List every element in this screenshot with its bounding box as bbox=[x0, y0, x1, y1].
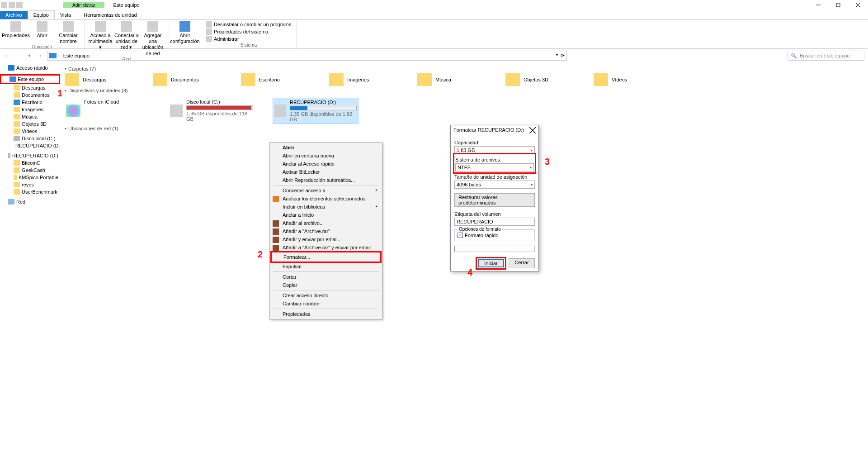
context-menu-item[interactable]: Añadir a "Archive.rar" bbox=[271, 227, 381, 235]
close-button[interactable] bbox=[848, 0, 868, 10]
address-bar[interactable]: › Este equipo ▾ ⟳ bbox=[47, 51, 567, 61]
ribbon-desinstalar[interactable]: Desinstalar o cambiar un programa bbox=[205, 21, 292, 28]
tab-archivo[interactable]: Archivo bbox=[0, 11, 28, 19]
manage-contextual-tab[interactable]: Administrar bbox=[63, 2, 104, 8]
context-menu-item[interactable]: Expulsar bbox=[271, 262, 381, 271]
context-menu-item[interactable]: Analizar los elementos seleccionados bbox=[271, 195, 381, 203]
folder-item[interactable]: Objetos 3D bbox=[505, 73, 576, 86]
ribbon-propiedades[interactable]: Propiedades bbox=[4, 21, 28, 38]
sidebar-item[interactable]: UserBenchmark bbox=[0, 188, 60, 195]
navigation-pane[interactable]: Acceso rápido Este equipo Descargas Docu… bbox=[0, 62, 60, 471]
context-menu-item[interactable]: Cortar bbox=[271, 273, 381, 281]
sidebar-item[interactable]: GeekCash bbox=[0, 167, 60, 174]
sidebar-item[interactable]: Música bbox=[0, 113, 60, 120]
allocation-select[interactable]: 4096 bytes bbox=[454, 181, 535, 189]
sidebar-network[interactable]: Red bbox=[0, 198, 60, 205]
context-menu-item[interactable]: Cambiar nombre bbox=[271, 300, 381, 308]
ribbon-acceso-multimedia[interactable]: Acceso a multimedia ▾ bbox=[88, 21, 113, 51]
maximize-button[interactable] bbox=[828, 0, 848, 10]
context-menu-item[interactable]: Abrir bbox=[271, 143, 381, 152]
context-menu-item[interactable]: Activar BitLocker bbox=[271, 168, 381, 176]
forward-button[interactable]: → bbox=[14, 52, 23, 60]
recent-dropdown[interactable]: ▾ bbox=[25, 52, 33, 60]
volume-label-label: Etiqueta del volumen bbox=[454, 211, 535, 217]
folder-item[interactable]: Imágenes bbox=[329, 73, 399, 86]
ribbon-tabs: Archivo Equipo Vista Herramientas de uni… bbox=[0, 10, 868, 20]
allocation-label: Tamaño de unidad de asignación bbox=[454, 174, 535, 180]
tab-herramientas-unidad[interactable]: Herramientas de unidad bbox=[78, 11, 142, 19]
folder-item[interactable]: Vídeos bbox=[594, 73, 664, 86]
context-menu-item[interactable]: Abrir en ventana nueva bbox=[271, 152, 381, 160]
back-button[interactable]: ← bbox=[4, 52, 12, 60]
ribbon-conectar-unidad-red[interactable]: Conectar a unidad de red ▾ bbox=[114, 21, 139, 51]
context-menu-item[interactable]: Abrir Reproducción automática... bbox=[271, 176, 381, 184]
dialog-close-button[interactable] bbox=[529, 127, 536, 133]
sidebar-item[interactable]: Disco local (C:) bbox=[0, 135, 60, 142]
sidebar-item[interactable]: KMSpico Portable bbox=[0, 174, 60, 181]
context-menu-item[interactable]: Propiedades bbox=[271, 310, 381, 318]
drive-d-recuperacio[interactable]: RECUPERACIO (D:) 1,35 GB disponibles de … bbox=[273, 98, 359, 124]
context-menu: AbrirAbrir en ventana nuevaAnclar al Acc… bbox=[269, 142, 382, 319]
sidebar-quick-access[interactable]: Acceso rápido bbox=[0, 64, 60, 71]
folder-item[interactable]: Escritorio bbox=[241, 73, 311, 86]
sidebar-item[interactable]: Escritorio bbox=[0, 99, 60, 106]
quick-format-checkbox[interactable]: ✓Formato rápido bbox=[458, 233, 532, 238]
ribbon-cambiar-nombre[interactable]: Cambiar nombre bbox=[56, 21, 80, 44]
ribbon-abrir[interactable]: Abrir bbox=[30, 21, 54, 38]
minimize-button[interactable] bbox=[808, 0, 828, 10]
section-devices[interactable]: Dispositivos y unidades (3) bbox=[65, 86, 863, 95]
qat-icon[interactable] bbox=[1, 2, 7, 8]
refresh-icon[interactable]: ⟳ bbox=[561, 53, 565, 59]
tab-equipo[interactable]: Equipo bbox=[28, 10, 55, 19]
folder-item[interactable]: Música bbox=[417, 73, 487, 86]
ribbon-abrir-configuracion[interactable]: Abrir configuración bbox=[173, 21, 197, 44]
context-menu-item[interactable]: Anclar al Acceso rápido bbox=[271, 160, 381, 168]
folder-item[interactable]: Descargas bbox=[65, 73, 135, 86]
context-menu-item[interactable]: Anclar a Inicio bbox=[271, 211, 381, 219]
up-button[interactable]: ↑ bbox=[36, 52, 44, 60]
sidebar-item[interactable]: BitcoinC bbox=[0, 159, 60, 167]
context-menu-item[interactable]: Añadir a "Archive.rar" y enviar por emai… bbox=[271, 243, 381, 252]
ribbon-administrar[interactable]: Administrar bbox=[205, 35, 240, 43]
window-title: Este equipo bbox=[113, 2, 140, 8]
search-input[interactable]: 🔍 Buscar en Este equipo bbox=[788, 51, 864, 61]
dropdown-icon[interactable]: ▾ bbox=[553, 53, 561, 59]
sidebar-this-pc[interactable]: Este equipo bbox=[0, 74, 60, 84]
sidebar-item[interactable]: Imágenes bbox=[0, 106, 60, 113]
volume-label-input[interactable] bbox=[454, 218, 535, 226]
qat-icon[interactable] bbox=[9, 2, 15, 8]
annotation-2: 2 bbox=[258, 249, 263, 260]
ribbon-group-sistema: Desinstalar o cambiar un programa Propie… bbox=[201, 20, 297, 48]
sidebar-item[interactable]: reyes bbox=[0, 181, 60, 188]
section-folders[interactable]: Carpetas (7) bbox=[65, 64, 863, 73]
folder-item[interactable]: Documentos bbox=[153, 73, 223, 86]
ribbon-group-config: Abrir configuración bbox=[169, 20, 201, 48]
context-menu-item[interactable]: Añadir y enviar por email... bbox=[271, 235, 381, 243]
filesystem-label: Sistema de archivos bbox=[455, 157, 534, 162]
start-button[interactable]: Iniciar bbox=[478, 259, 504, 267]
ribbon-group-ubicacion: Propiedades Abrir Cambiar nombre Ubicaci… bbox=[0, 20, 85, 48]
breadcrumb[interactable]: Este equipo bbox=[61, 52, 91, 59]
drive-fotos-icloud[interactable]: Fotos en iCloud bbox=[65, 98, 151, 124]
context-menu-item[interactable]: Copiar bbox=[271, 281, 381, 289]
sidebar-item[interactable]: RECUPERACIO (D:) bbox=[0, 142, 60, 149]
dialog-title: Formatear RECUPERACIO (D:) bbox=[453, 127, 524, 133]
context-menu-item[interactable]: Crear acceso directo bbox=[271, 291, 381, 300]
filesystem-select[interactable]: NTFS bbox=[455, 163, 534, 171]
context-menu-item[interactable]: Incluir en biblioteca bbox=[271, 203, 381, 211]
format-options-group: Opciones de formato ✓Formato rápido bbox=[454, 229, 535, 241]
sidebar-item[interactable]: Descargas bbox=[0, 84, 60, 91]
context-menu-item[interactable]: Formatear... bbox=[270, 251, 382, 263]
ribbon-propiedades-sistema[interactable]: Propiedades del sistema bbox=[205, 28, 269, 35]
close-button[interactable]: Cerrar bbox=[509, 258, 535, 268]
restore-defaults-button[interactable]: Restaurar valores predeterminados bbox=[454, 193, 535, 207]
qat-icon[interactable] bbox=[16, 2, 23, 8]
sidebar-recup[interactable]: RECUPERACIO (D:) bbox=[0, 152, 60, 159]
context-menu-item[interactable]: Conceder acceso a bbox=[271, 186, 381, 195]
context-menu-item[interactable]: Añadir al archivo... bbox=[271, 219, 381, 227]
sidebar-item[interactable]: Objetos 3D bbox=[0, 120, 60, 128]
drive-c[interactable]: Disco local (C:) 1,95 GB disponibles de … bbox=[169, 98, 255, 124]
sidebar-item[interactable]: Documentos bbox=[0, 91, 60, 99]
sidebar-item[interactable]: Vídeos bbox=[0, 128, 60, 135]
tab-vista[interactable]: Vista bbox=[55, 11, 76, 19]
